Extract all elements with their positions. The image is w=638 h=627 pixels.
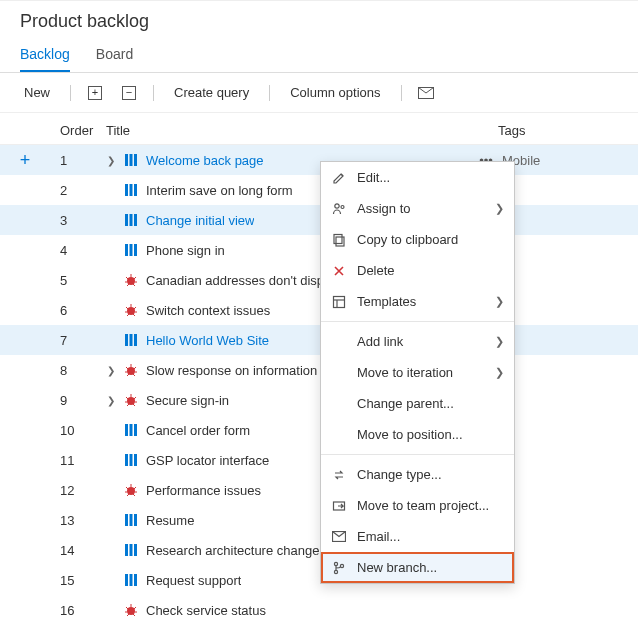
mail-icon	[331, 529, 347, 545]
work-item-title[interactable]: Cancel order form	[146, 423, 250, 438]
svg-rect-5	[130, 184, 133, 196]
create-query-button[interactable]: Create query	[170, 83, 253, 102]
work-item-title[interactable]: Research architecture changes	[146, 543, 326, 558]
templates-icon	[331, 294, 347, 310]
work-item-title[interactable]: Request support	[146, 573, 241, 588]
menu-item[interactable]: Move to team project...	[321, 490, 514, 521]
svg-rect-69	[130, 574, 133, 586]
table-row[interactable]: 2❯Interim save on long form	[0, 175, 638, 205]
table-row[interactable]: 9❯Secure sign-in	[0, 385, 638, 415]
assign-icon	[331, 201, 347, 217]
menu-item[interactable]: Copy to clipboard	[321, 224, 514, 255]
expand-chevron-icon[interactable]: ❯	[106, 155, 116, 166]
menu-item[interactable]: New branch...	[321, 552, 514, 583]
tab-backlog[interactable]: Backlog	[20, 40, 70, 72]
table-row[interactable]: 7❯Hello World Web Site	[0, 325, 638, 355]
menu-item-label: Move to team project...	[357, 498, 504, 513]
menu-item[interactable]: Move to iteration❯	[321, 357, 514, 388]
table-row[interactable]: 16❯Check service status	[0, 595, 638, 625]
column-header-tags[interactable]: Tags	[498, 123, 638, 138]
menu-item[interactable]: Assign to❯	[321, 193, 514, 224]
work-item-title[interactable]: Slow response on information	[146, 363, 317, 378]
table-row[interactable]: 3❯Change initial view	[0, 205, 638, 235]
collapse-icon[interactable]	[121, 85, 137, 101]
svg-rect-11	[130, 244, 133, 256]
cell-order: 9	[50, 393, 106, 408]
cell-order: 16	[50, 603, 106, 618]
table-row[interactable]: 12❯Performance issues	[0, 475, 638, 505]
svg-rect-53	[134, 454, 137, 466]
menu-item[interactable]: Change parent...	[321, 388, 514, 419]
table-row[interactable]: 4❯Phone sign in	[0, 235, 638, 265]
menu-item-label: Change type...	[357, 467, 504, 482]
work-item-title[interactable]: Welcome back page	[146, 153, 264, 168]
svg-rect-3	[134, 154, 137, 166]
work-item-title[interactable]: Hello World Web Site	[146, 333, 269, 348]
svg-line-28	[133, 314, 135, 316]
menu-item[interactable]: Templates❯	[321, 286, 514, 317]
table-row[interactable]: 8❯Slow response on information	[0, 355, 638, 385]
tab-board[interactable]: Board	[96, 40, 133, 72]
expand-chevron-icon[interactable]: ❯	[106, 395, 116, 406]
work-item-title[interactable]: Switch context issues	[146, 303, 270, 318]
svg-line-15	[126, 277, 128, 279]
cell-order: 5	[50, 273, 106, 288]
svg-rect-81	[336, 237, 344, 246]
menu-separator	[321, 321, 514, 322]
svg-rect-62	[125, 514, 128, 526]
table-row[interactable]: 15❯Request support	[0, 565, 638, 595]
table-row[interactable]: 14❯Research architecture changes	[0, 535, 638, 565]
cell-order: 11	[50, 453, 106, 468]
svg-rect-65	[125, 544, 128, 556]
svg-rect-67	[134, 544, 137, 556]
table-row[interactable]: 10❯Cancel order form	[0, 415, 638, 445]
svg-line-73	[126, 607, 128, 609]
submenu-chevron-icon: ❯	[495, 202, 504, 215]
expand-icon[interactable]	[87, 85, 103, 101]
cell-order: 10	[50, 423, 106, 438]
work-item-title[interactable]: Canadian addresses don't disp	[146, 273, 324, 288]
bug-icon	[124, 363, 138, 377]
add-child-icon[interactable]: +	[20, 151, 31, 169]
menu-item[interactable]: Add link❯	[321, 326, 514, 357]
work-item-title[interactable]: Secure sign-in	[146, 393, 229, 408]
svg-line-60	[127, 494, 129, 496]
table-row[interactable]: 5❯Canadian addresses don't disp	[0, 265, 638, 295]
toolbar: New Create query Column options	[0, 73, 638, 113]
bug-icon	[124, 483, 138, 497]
column-header-order[interactable]: Order	[50, 123, 106, 138]
cell-order: 14	[50, 543, 106, 558]
table-row[interactable]: 13❯Resume	[0, 505, 638, 535]
work-item-title[interactable]: Check service status	[146, 603, 266, 618]
svg-rect-50	[134, 424, 137, 436]
menu-item[interactable]: Change type...	[321, 459, 514, 490]
svg-point-88	[334, 562, 337, 565]
work-item-title[interactable]: Resume	[146, 513, 194, 528]
work-item-title[interactable]: Phone sign in	[146, 243, 225, 258]
blank-icon	[331, 365, 347, 381]
column-options-button[interactable]: Column options	[286, 83, 384, 102]
table-row[interactable]: 6❯Switch context issues	[0, 295, 638, 325]
menu-item-label: Copy to clipboard	[357, 232, 504, 247]
svg-point-79	[335, 203, 339, 207]
work-item-title[interactable]: GSP locator interface	[146, 453, 269, 468]
pbi-icon	[124, 333, 138, 347]
mail-icon[interactable]	[418, 85, 434, 101]
svg-rect-64	[134, 514, 137, 526]
expand-chevron-icon[interactable]: ❯	[106, 365, 116, 376]
new-button[interactable]: New	[20, 83, 54, 102]
menu-item[interactable]: Edit...	[321, 162, 514, 193]
cell-order: 15	[50, 573, 106, 588]
table-row[interactable]: 11❯GSP locator interface	[0, 445, 638, 475]
menu-item[interactable]: Move to position...	[321, 419, 514, 450]
column-header-title[interactable]: Title	[106, 123, 498, 138]
svg-line-61	[133, 494, 135, 496]
menu-item[interactable]: Delete	[321, 255, 514, 286]
menu-item[interactable]: Email...	[321, 521, 514, 552]
table-row[interactable]: +1❯Welcome back page•••Mobile	[0, 145, 638, 175]
work-item-title[interactable]: Interim save on long form	[146, 183, 293, 198]
separator	[401, 85, 402, 101]
work-item-title[interactable]: Change initial view	[146, 213, 254, 228]
svg-line-57	[134, 487, 136, 489]
work-item-title[interactable]: Performance issues	[146, 483, 261, 498]
